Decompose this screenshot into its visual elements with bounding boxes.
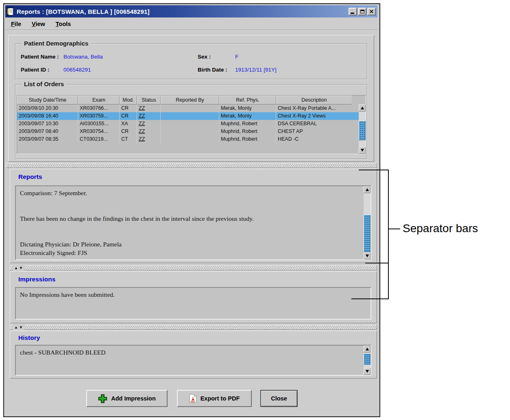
cell: XA [120,120,137,128]
impressions-textarea[interactable]: No Impressions have been submitted. [15,287,371,320]
column-header-reported-by[interactable]: Reported By [161,96,219,104]
patient-name-label: Patient Name : [21,54,59,60]
maximize-icon [360,10,364,13]
minimize-icon [351,13,354,14]
svg-text:PDF: PDF [190,400,195,403]
cell: Muphrid, Robert [219,128,276,135]
cell: HEAD -C [276,135,359,143]
column-header-ref-phys[interactable]: Ref. Phys. [219,96,276,104]
cell: CR [120,112,137,120]
minimize-button[interactable] [349,8,357,15]
scrollbar-thumb[interactable] [364,353,371,365]
scrollbar-thumb[interactable] [359,121,366,140]
menu-bar: File View Tools [5,18,377,30]
history-textarea[interactable]: chest - SUBARCHNOID BLEED [15,345,371,376]
scroll-up-button[interactable] [364,346,371,353]
menu-file[interactable]: File [11,21,21,27]
close-window-button[interactable]: ✕ [367,8,376,15]
history-text: chest - SUBARCHNOID BLEED [16,346,362,359]
close-button[interactable]: Close [260,390,298,407]
cell: CR [120,104,137,112]
cell [161,135,219,143]
collapse-down-icon[interactable]: ▼ [19,266,23,270]
cell: CT030219... [78,135,120,143]
scrollbar-thumb[interactable] [364,215,371,252]
column-header-mod[interactable]: Mod. [120,96,137,104]
patient-name-value: Botswana, Bella [63,54,103,60]
cell [161,112,219,120]
annotation-tick-bottom [351,298,389,299]
window-icon [7,7,14,16]
orders-table-header: Study Date/Time Exam Mod. Status Reporte… [17,96,366,104]
table-row[interactable]: 2003/09/07 10:30 AI0300155... XA ZZ Muph… [17,120,366,128]
add-impression-button[interactable]: Add Impression [86,390,168,407]
cell: CHEST AP [276,128,359,135]
history-scrollbar[interactable] [364,346,371,375]
plus-icon [98,394,107,403]
window-title: Reports : [BOTSWANA, BELLA ] [006548291] [17,8,150,15]
impressions-panel: Impressions No Impressions have been sub… [10,271,377,323]
arrow-down-icon [361,149,364,152]
export-to-pdf-button[interactable]: PDF Export to PDF [177,390,252,407]
cell [161,128,219,135]
cell: XR030754... [78,128,120,135]
table-row[interactable]: 2003/09/10 20:30 XR030766... CR ZZ Merak… [17,104,366,112]
separator-bar-2[interactable]: ▲▼ [10,265,377,270]
cell: Merak, Monty [219,104,276,112]
column-header-exam[interactable]: Exam [78,96,120,104]
reports-text: Comparison: 7 September. There has been … [16,186,362,260]
arrow-up-icon [366,188,369,191]
annotation-tick-top [359,170,389,170]
cell: Muphrid, Robert [219,120,276,128]
sex-label: Sex : [198,54,211,60]
cell: CR [120,128,137,135]
scroll-down-button[interactable] [359,147,366,154]
table-row-selected[interactable]: 2003/09/08 16:40 XR030759... CR ZZ Merak… [17,112,366,120]
scroll-down-button[interactable] [364,252,371,259]
collapse-down-icon[interactable]: ▼ [19,326,23,329]
maximize-button[interactable] [358,8,366,15]
menu-tools[interactable]: Tools [56,21,71,27]
cell-status: ZZ [137,128,161,135]
cell: DSA CEREBRAL [276,120,359,128]
reports-scrollbar[interactable] [364,186,371,259]
column-header-description[interactable]: Description [276,96,352,104]
impressions-title: Impressions [18,276,55,283]
cell: Muphrid, Robert [219,135,276,143]
annotation-tick-middle [365,263,389,263]
collapse-up-icon[interactable]: ▲ [14,266,18,270]
patient-id-label: Patient ID : [21,67,50,73]
column-header-status[interactable]: Status [137,96,161,104]
separator-bar-1[interactable] [6,163,377,168]
menu-view[interactable]: View [32,21,45,27]
scroll-down-button[interactable] [364,368,371,375]
cell: Chest X-Ray 2 Views [276,112,359,120]
cell: XR030766... [78,104,120,112]
patient-section-panel: Patient Demographics Patient Name : Bots… [8,35,374,162]
separator-bar-3[interactable]: ▲▼ [10,325,377,330]
cell: 2003/09/10 20:30 [17,104,78,112]
arrow-down-icon [366,255,369,257]
reports-textarea[interactable]: Comparison: 7 September. There has been … [15,185,371,260]
orders-table: Study Date/Time Exam Mod. Status Reporte… [17,95,366,154]
close-label: Close [271,395,287,402]
reports-window: Reports : [BOTSWANA, BELLA ] [006548291]… [3,3,380,417]
title-bar[interactable]: Reports : [BOTSWANA, BELLA ] [006548291]… [5,5,377,17]
table-row[interactable]: 2003/09/07 08:40 XR030754... CR ZZ Muphr… [17,128,366,135]
cell: XR030759... [78,112,120,120]
reports-panel: Reports Comparison: 7 September. There h… [10,169,377,263]
collapse-up-icon[interactable]: ▲ [14,326,18,329]
history-title: History [18,334,40,342]
close-icon: ✕ [369,9,374,14]
table-scrollbar[interactable] [359,104,366,154]
cell: 2003/09/08 16:40 [17,112,78,120]
column-header-study-date[interactable]: Study Date/Time [17,96,78,104]
cell: 2003/09/07 08:40 [17,128,78,135]
sex-value: F [235,54,238,60]
patient-demographics-group: Patient Demographics Patient Name : Bots… [15,44,367,79]
patient-demographics-title: Patient Demographics [22,40,90,47]
patient-id-value: 006548291 [63,67,91,73]
scroll-up-button[interactable] [359,104,366,111]
table-row[interactable]: 2003/09/07 08:35 CT030219... CT ZZ Muphr… [17,135,366,143]
scroll-up-button[interactable] [364,186,371,193]
